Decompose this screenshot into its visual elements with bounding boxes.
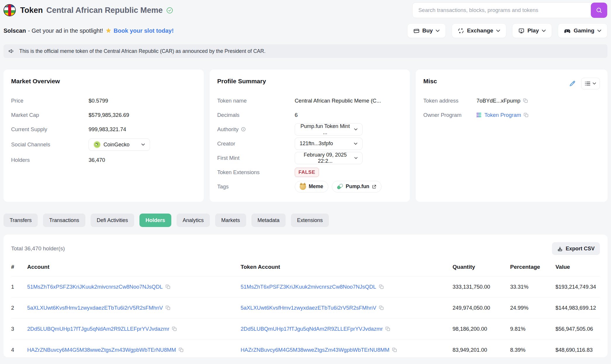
chevron-down-icon — [496, 30, 500, 32]
copy-icon[interactable] — [385, 326, 391, 332]
search-input[interactable] — [412, 3, 591, 18]
overview-cards: Market Overview Price $0.5799 Market Cap… — [4, 70, 607, 202]
misc-title: Misc — [423, 78, 437, 85]
authority-value: Pump.fun Token Mint ... — [300, 123, 351, 136]
announcement-text: This is the official meme token of the C… — [19, 48, 265, 54]
copy-icon[interactable] — [172, 326, 177, 332]
copy-icon[interactable] — [165, 284, 171, 290]
col-rank: # — [11, 264, 27, 270]
supply-row: Current Supply 999,983,321.74 — [11, 122, 196, 136]
owner-program-label: Owner Program — [423, 112, 477, 118]
creator-dropdown[interactable]: 121ftn...3sfpfo — [295, 138, 363, 150]
token-account-cell: 5aXLXUwt6KvsfHmv1zwyxdaezETbTu6i2rV5R2sF… — [241, 305, 453, 311]
export-csv-button[interactable]: Export CSV — [552, 242, 600, 255]
star-icon — [105, 27, 112, 34]
ad-text: - Get your ad in the spotlight! — [28, 27, 103, 34]
ad-link[interactable]: Book your slot today! — [114, 27, 174, 34]
market-overview-title: Market Overview — [11, 78, 196, 85]
supply-label: Current Supply — [11, 126, 89, 133]
exchange-label: Exchange — [467, 27, 493, 34]
tag-meme[interactable]: Meme — [295, 181, 328, 193]
table-row: 4 HAZrZNBuvcy6M4G5M38wweZtgsZm43WgpbWbTE… — [11, 339, 600, 360]
export-csv-label: Export CSV — [566, 246, 595, 252]
table-row: 3 2Dd5LUBQmUHp17fTJgu5qNdAm2R9ZLLEFprYVJ… — [11, 318, 600, 339]
copy-icon[interactable] — [524, 112, 529, 118]
account-cell: HAZrZNBuvcy6M4G5M38wweZtgsZm43WgpbWbTErN… — [27, 347, 241, 353]
col-percentage: Percentage — [510, 264, 555, 270]
quantity-cell: 98,186,200.00 — [453, 326, 510, 332]
tab[interactable]: Metadata — [251, 214, 286, 227]
copy-icon[interactable] — [379, 284, 384, 290]
authority-dropdown[interactable]: Pump.fun Token Mint ... — [295, 123, 363, 136]
col-token-account: Token Account — [241, 264, 453, 270]
section-tabs: Transfers Transactions Defi Activities H… — [4, 214, 607, 227]
gamepad-icon — [564, 27, 571, 34]
copy-icon[interactable] — [165, 305, 171, 311]
market-overview-card: Market Overview Price $0.5799 Market Cap… — [4, 70, 204, 202]
owner-program-row: Owner Program Token Program — [423, 108, 600, 122]
gaming-label: Gaming — [574, 27, 594, 34]
token-account-link[interactable]: 2Dd5LUBQmUHp17fTJgu5qNdAm2R9ZLLEFprYVJvd… — [241, 326, 383, 332]
list-menu-button[interactable] — [581, 78, 600, 89]
token-extensions-label: Token Extensions — [217, 169, 295, 176]
authority-row: Authority Pump.fun Token Mint ... — [217, 122, 402, 136]
tab[interactable]: Defi Activities — [91, 214, 134, 227]
owner-program-link[interactable]: Token Program — [484, 112, 521, 118]
tags-row: Tags Meme Pump.fun — [217, 179, 402, 194]
token-account-link[interactable]: HAZrZNBuvcy6M4G5M38wweZtgsZm43WgpbWbTErN… — [241, 347, 389, 353]
edit-button[interactable] — [568, 79, 577, 88]
gaming-button[interactable]: Gaming — [558, 23, 607, 38]
tab[interactable]: Transfers — [4, 214, 38, 227]
play-button[interactable]: Play — [512, 23, 552, 38]
token-account-link[interactable]: 51MsZhT6xPSFZ3KriJKuuk2mivcnrszCw8Noo7NJ… — [241, 284, 376, 290]
creator-value: 121ftn...3sfpfo — [300, 141, 333, 147]
buy-button[interactable]: Buy — [407, 23, 446, 38]
token-name-value: Central African Republic Meme (C... — [295, 98, 381, 104]
table-header: # Account Token Account Quantity Percent… — [11, 255, 600, 276]
total-holders-text: Total 36,470 holder(s) — [11, 245, 65, 252]
tab[interactable]: Holders — [139, 214, 171, 227]
chevron-down-icon — [436, 30, 440, 32]
account-link[interactable]: HAZrZNBuvcy6M4G5M38wweZtgsZm43WgpbWbTErN… — [27, 347, 176, 353]
market-cap-value: $579,985,326.69 — [89, 112, 129, 118]
social-channels-dropdown[interactable]: CoinGecko — [89, 138, 150, 151]
decimals-value: 6 — [295, 112, 298, 118]
account-link[interactable]: 5aXLXUwt6KvsfHmv1zwyxdaezETbTu6i2rV5R2sF… — [27, 305, 163, 311]
title-prefix: Token — [20, 6, 43, 15]
tag-pumpfun[interactable]: Pump.fun — [332, 181, 382, 193]
info-icon[interactable] — [241, 127, 246, 132]
value-cell: $48,690,116.83 — [555, 347, 600, 353]
token-address-value: 7oBYdE...xFpump — [477, 98, 520, 104]
chevron-down-icon — [593, 82, 596, 85]
holders-value: 36,470 — [89, 157, 105, 163]
tab[interactable]: Analytics — [177, 214, 210, 227]
page-header: Token Central African Republic Meme — [0, 0, 611, 18]
search-button[interactable] — [591, 3, 607, 18]
misc-card: Misc Token address 7oBYdE...xFpump — [416, 70, 607, 202]
copy-icon[interactable] — [379, 305, 384, 311]
megaphone-icon — [8, 48, 15, 54]
table-body: 1 51MsZhT6xPSFZ3KriJKuuk2mivcnrszCw8Noo7… — [11, 276, 600, 360]
token-account-link[interactable]: 5aXLXUwt6KvsfHmv1zwyxdaezETbTu6i2rV5R2sF… — [241, 305, 376, 311]
exchange-button[interactable]: Exchange — [452, 23, 506, 38]
tab[interactable]: Transactions — [43, 214, 85, 227]
copy-icon[interactable] — [523, 98, 528, 103]
tags-label: Tags — [217, 183, 295, 190]
copy-icon[interactable] — [179, 347, 184, 353]
account-link[interactable]: 2Dd5LUBQmUHp17fTJgu5qNdAm2R9ZLLEFprYVJvd… — [27, 326, 169, 332]
token-logo — [4, 4, 16, 16]
account-link[interactable]: 51MsZhT6xPSFZ3KriJKuuk2mivcnrszCw8Noo7NJ… — [27, 284, 163, 290]
decimals-label: Decimals — [217, 112, 295, 118]
percentage-cell: 24.99% — [510, 305, 555, 311]
copy-icon[interactable] — [392, 347, 397, 353]
tab[interactable]: Extensions — [291, 214, 329, 227]
tag-meme-label: Meme — [309, 183, 323, 190]
first-mint-row: First Mint February 09, 2025 22:2... — [217, 151, 402, 165]
pencil-icon — [569, 80, 576, 87]
external-link-icon — [372, 184, 377, 189]
tab[interactable]: Markets — [215, 214, 246, 227]
quantity-cell: 83,949,201.00 — [453, 347, 510, 353]
first-mint-dropdown[interactable]: February 09, 2025 22:2... — [295, 152, 363, 164]
tag-pumpfun-label: Pump.fun — [346, 183, 370, 190]
decimals-row: Decimals 6 — [217, 108, 402, 122]
